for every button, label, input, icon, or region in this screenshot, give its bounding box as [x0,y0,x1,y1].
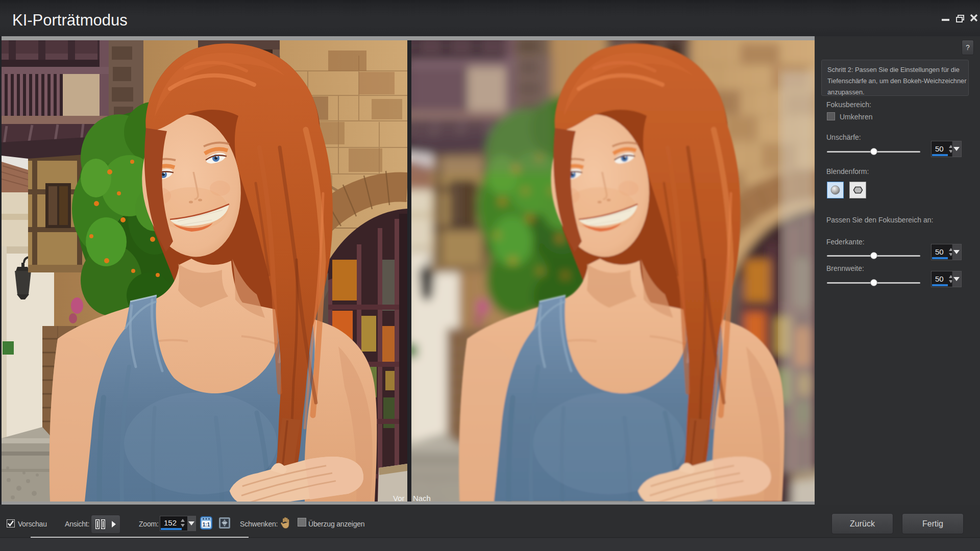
svg-text:Vor: Vor [393,494,405,502]
svg-text:Nach: Nach [413,494,431,502]
svg-text:1:1: 1:1 [203,522,210,528]
